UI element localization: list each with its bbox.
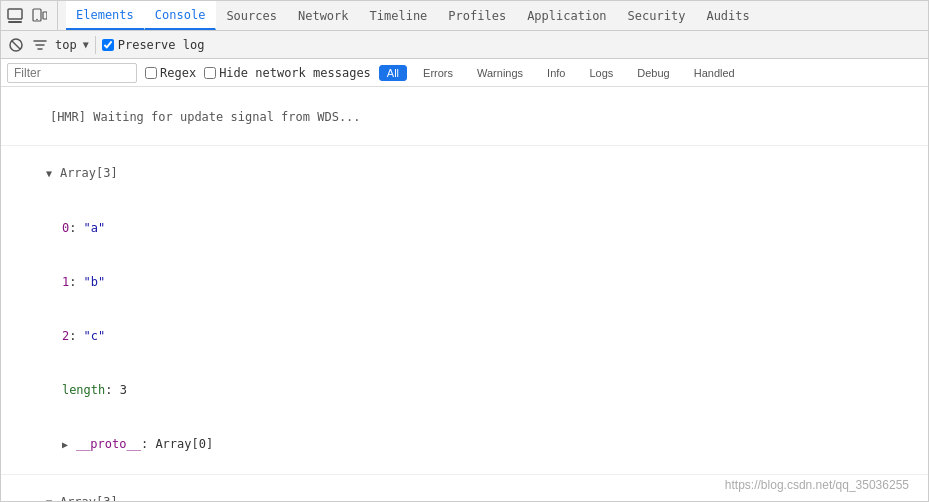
clear-icon[interactable] xyxy=(7,36,25,54)
array1-root[interactable]: ▼ Array[3] xyxy=(1,146,928,201)
array2-toggle[interactable]: ▼ xyxy=(46,494,60,502)
level-info-button[interactable]: Info xyxy=(539,65,573,81)
preserve-log-checkbox[interactable] xyxy=(102,39,114,51)
regex-checkbox-label[interactable]: Regex xyxy=(145,66,196,80)
array1-item-2: 2: "c" xyxy=(1,309,928,363)
filter-bar: Regex Hide network messages All Errors W… xyxy=(1,59,928,87)
array1-proto-toggle[interactable]: ▶ xyxy=(62,436,76,454)
tab-bar: Elements Console Sources Network Timelin… xyxy=(1,1,928,31)
tab-application[interactable]: Application xyxy=(517,1,617,30)
console-toolbar: top ▼ Preserve log xyxy=(1,31,928,59)
tab-audits[interactable]: Audits xyxy=(696,1,760,30)
console-output: [HMR] Waiting for update signal from WDS… xyxy=(1,87,928,502)
context-label: top xyxy=(55,38,77,52)
array1-proto[interactable]: ▶ __proto__: Array[0] xyxy=(1,417,928,472)
level-handled-button[interactable]: Handled xyxy=(686,65,743,81)
level-debug-button[interactable]: Debug xyxy=(629,65,677,81)
tab-profiles[interactable]: Profiles xyxy=(438,1,517,30)
tab-bar-icons xyxy=(5,1,58,30)
svg-line-6 xyxy=(12,41,20,49)
level-errors-button[interactable]: Errors xyxy=(415,65,461,81)
hmr-message-line: [HMR] Waiting for update signal from WDS… xyxy=(1,89,928,146)
level-all-button[interactable]: All xyxy=(379,65,407,81)
filter-input[interactable] xyxy=(7,63,137,83)
toolbar-divider xyxy=(95,36,96,54)
tab-security[interactable]: Security xyxy=(618,1,697,30)
hide-network-checkbox[interactable] xyxy=(204,67,216,79)
filter-icon[interactable] xyxy=(31,36,49,54)
level-logs-button[interactable]: Logs xyxy=(581,65,621,81)
tab-elements[interactable]: Elements xyxy=(66,1,145,30)
level-warnings-button[interactable]: Warnings xyxy=(469,65,531,81)
svg-rect-3 xyxy=(43,12,47,19)
svg-rect-1 xyxy=(8,21,22,23)
tab-console[interactable]: Console xyxy=(145,1,217,30)
watermark: https://blog.csdn.net/qq_35036255 xyxy=(725,478,909,492)
array1-item-1: 1: "b" xyxy=(1,255,928,309)
regex-checkbox[interactable] xyxy=(145,67,157,79)
array1-toggle[interactable]: ▼ xyxy=(46,165,60,183)
array1-length: length: 3 xyxy=(1,363,928,417)
svg-point-4 xyxy=(36,18,38,20)
svg-rect-0 xyxy=(8,9,22,19)
tab-network[interactable]: Network xyxy=(288,1,360,30)
context-dropdown[interactable]: ▼ xyxy=(83,39,89,50)
tab-sources[interactable]: Sources xyxy=(216,1,288,30)
hide-network-checkbox-label[interactable]: Hide network messages xyxy=(204,66,371,80)
tab-timeline[interactable]: Timeline xyxy=(360,1,439,30)
preserve-log-checkbox-label[interactable]: Preserve log xyxy=(102,38,205,52)
array1-item-0: 0: "a" xyxy=(1,201,928,255)
inspect-icon[interactable] xyxy=(5,6,25,26)
device-icon[interactable] xyxy=(29,6,49,26)
